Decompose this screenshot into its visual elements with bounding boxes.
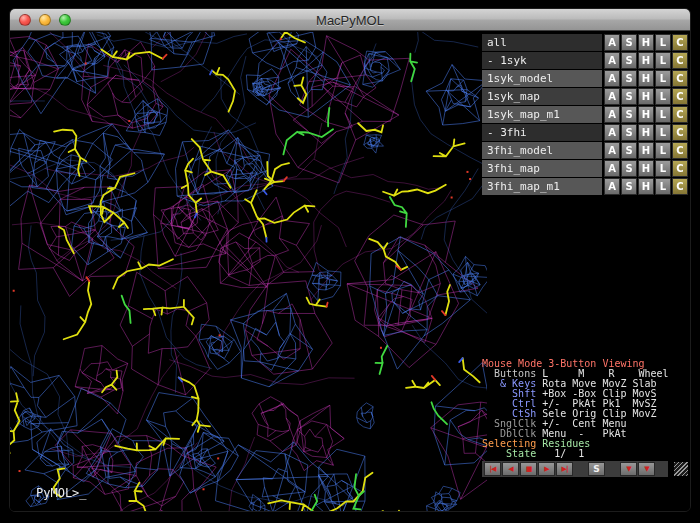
action-button[interactable]: A (604, 34, 620, 51)
object-row-label[interactable]: 3fhi_map_m1 (482, 178, 602, 195)
show-button[interactable]: S (621, 178, 637, 195)
state-row-text: State (482, 448, 536, 459)
show-button[interactable]: S (621, 70, 637, 87)
action-button[interactable]: A (604, 160, 620, 177)
label-button[interactable]: L (655, 178, 671, 195)
pymol-content: PyMOL>_ allASHLC- 1sykASHLC1syk_modelASH… (10, 32, 690, 511)
action-button[interactable]: A (604, 106, 620, 123)
color-button[interactable]: C (672, 88, 688, 105)
show-button[interactable]: S (621, 52, 637, 69)
object-row-label[interactable]: 1syk_model (482, 70, 602, 87)
next-menu-button[interactable]: ▼ (638, 462, 655, 476)
object-row-label[interactable]: 3fhi_map (482, 160, 602, 177)
object-row-label[interactable]: 1syk_map_m1 (482, 106, 602, 123)
object-row-label[interactable]: all (482, 34, 602, 51)
macpymol-window: MacPyMOL PyMOL>_ allASHLC- 1sykASHLC1syk… (9, 8, 691, 512)
object-row-label[interactable]: 1syk_map (482, 88, 602, 105)
label-button[interactable]: L (655, 142, 671, 159)
object-row: 3fhi_modelASHLC (482, 142, 688, 159)
show-button[interactable]: S (621, 124, 637, 141)
object-row: allASHLC (482, 34, 688, 51)
action-button[interactable]: A (604, 88, 620, 105)
title-bar[interactable]: MacPyMOL (10, 9, 690, 31)
show-button[interactable]: S (621, 142, 637, 159)
object-row: 1syk_map_m1ASHLC (482, 106, 688, 123)
color-button[interactable]: C (672, 70, 688, 87)
color-button[interactable]: C (672, 124, 688, 141)
label-button[interactable]: L (655, 70, 671, 87)
play-button[interactable]: ▶ (538, 462, 555, 476)
action-button[interactable]: A (604, 70, 620, 87)
scene-button[interactable]: S (588, 462, 605, 476)
hide-button[interactable]: H (638, 142, 654, 159)
color-button[interactable]: C (672, 160, 688, 177)
hide-button[interactable]: H (638, 88, 654, 105)
mouse-mode-panel: Mouse Mode 3-Button Viewing Buttons L M … (482, 359, 688, 459)
object-row: - 3fhiASHLC (482, 124, 688, 141)
show-button[interactable]: S (621, 106, 637, 123)
stop-button[interactable]: ■ (520, 462, 537, 476)
action-button[interactable]: A (604, 142, 620, 159)
movie-button-strip: |◀◀■▶▶|S▼▼ (482, 461, 668, 477)
object-row: 1syk_mapASHLC (482, 88, 688, 105)
action-button[interactable]: A (604, 52, 620, 69)
show-button[interactable]: S (621, 88, 637, 105)
hide-button[interactable]: H (638, 124, 654, 141)
label-button[interactable]: L (655, 34, 671, 51)
hide-button[interactable]: H (638, 178, 654, 195)
molecular-viewport[interactable] (10, 32, 487, 512)
step-back-button[interactable]: ◀ (502, 462, 519, 476)
object-row-label[interactable]: - 1syk (482, 52, 602, 69)
object-row: - 1sykASHLC (482, 52, 688, 69)
object-row-label[interactable]: - 3fhi (482, 124, 602, 141)
show-button[interactable]: S (621, 34, 637, 51)
label-button[interactable]: L (655, 52, 671, 69)
color-button[interactable]: C (672, 52, 688, 69)
object-row: 3fhi_map_m1ASHLC (482, 178, 688, 195)
object-row: 3fhi_mapASHLC (482, 160, 688, 177)
object-row-label[interactable]: 3fhi_model (482, 142, 602, 159)
color-button[interactable]: C (672, 34, 688, 51)
label-button[interactable]: L (655, 124, 671, 141)
hide-button[interactable]: H (638, 160, 654, 177)
label-button[interactable]: L (655, 106, 671, 123)
label-button[interactable]: L (655, 160, 671, 177)
action-button[interactable]: A (604, 178, 620, 195)
hide-button[interactable]: H (638, 70, 654, 87)
prev-menu-button[interactable]: ▼ (620, 462, 637, 476)
object-row: 1syk_modelASHLC (482, 70, 688, 87)
hide-button[interactable]: H (638, 34, 654, 51)
state-row: State 1/ 1 (482, 449, 688, 459)
color-button[interactable]: C (672, 106, 688, 123)
state-row-text: 1/ 1 (536, 448, 584, 459)
color-button[interactable]: C (672, 142, 688, 159)
command-prompt[interactable]: PyMOL>_ (36, 486, 87, 500)
go-to-end-button[interactable]: ▶| (556, 462, 573, 476)
action-button[interactable]: A (604, 124, 620, 141)
hide-button[interactable]: H (638, 52, 654, 69)
resize-grip[interactable] (674, 462, 688, 476)
movie-controls: |◀◀■▶▶|S▼▼ (482, 461, 688, 477)
go-to-start-button[interactable]: |◀ (484, 462, 501, 476)
window-title: MacPyMOL (10, 13, 690, 28)
show-button[interactable]: S (621, 160, 637, 177)
color-button[interactable]: C (672, 178, 688, 195)
hide-button[interactable]: H (638, 106, 654, 123)
object-panel: allASHLC- 1sykASHLC1syk_modelASHLC1syk_m… (482, 34, 688, 196)
label-button[interactable]: L (655, 88, 671, 105)
